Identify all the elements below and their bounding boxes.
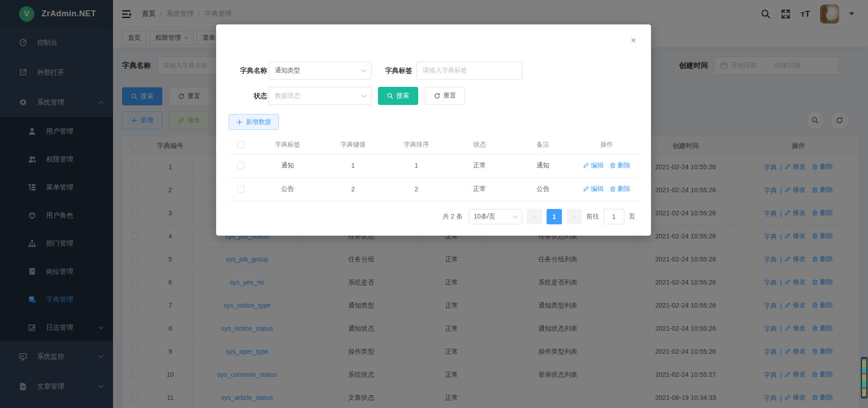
chevron-down-icon [361, 68, 367, 74]
cell-operations: 编辑删除 [575, 177, 639, 201]
placeholder-text: 数据状态 [275, 92, 300, 100]
cell-dict-value: 1 [321, 154, 385, 177]
trash-icon [610, 186, 616, 192]
row-checkbox[interactable] [237, 162, 245, 169]
modal-dict-name-label: 字典名称 [228, 62, 267, 80]
table-row: 公告 2 2 正常 公告 编辑删除 [228, 177, 639, 201]
modal-dict-label-label: 字典标签 [374, 62, 412, 80]
header-dict-value: 字典键值 [321, 136, 385, 154]
row-edit-link[interactable]: 编辑 [583, 185, 604, 193]
plus-icon [236, 119, 243, 125]
cell-remark: 通知 [511, 154, 575, 177]
selected-value: 通知类型 [275, 66, 300, 75]
devtools-stripe-widget[interactable] [861, 357, 868, 399]
dict-data-table: 字典标签 字典键值 字典排序 状态 备注 操作 通知 1 1 正常 通知 编辑删… [228, 136, 639, 201]
cell-status: 正常 [448, 154, 511, 177]
goto-label: 前往 [586, 213, 599, 221]
row-delete-link[interactable]: 删除 [610, 185, 630, 193]
modal-dict-name-select[interactable]: 通知类型 [269, 62, 372, 80]
page-number-1[interactable]: 1 [547, 209, 562, 224]
modal-search-button[interactable]: 搜索 [378, 87, 418, 105]
prev-page-button[interactable]: ‹ [527, 209, 542, 224]
page-size-select[interactable]: 10条/页 [469, 209, 522, 224]
cell-dict-value: 2 [321, 177, 385, 201]
cell-operations: 编辑删除 [575, 154, 639, 177]
row-checkbox[interactable] [237, 185, 245, 193]
button-label: 新增数据 [246, 118, 271, 126]
header-dict-sort: 字典排序 [385, 136, 448, 154]
header-dict-label: 字典标签 [254, 136, 321, 154]
chevron-down-icon [513, 214, 518, 220]
table-header-row: 字典标签 字典键值 字典排序 状态 备注 操作 [228, 136, 639, 154]
select-all-checkbox[interactable] [237, 141, 245, 148]
cell-dict-sort: 1 [385, 154, 448, 177]
button-label: 搜索 [396, 92, 409, 100]
pagination: 共 2 条 10条/页 ‹ 1 › 前往 1 页 [443, 209, 635, 224]
modal-reset-button[interactable]: 重置 [425, 87, 465, 105]
total-count: 共 2 条 [443, 213, 462, 221]
search-icon [387, 93, 393, 99]
goto-page-input[interactable]: 1 [604, 209, 624, 224]
header-remark: 备注 [511, 136, 575, 154]
button-label: 重置 [443, 92, 456, 100]
cell-dict-label: 通知 [254, 154, 321, 177]
trash-icon [610, 162, 616, 168]
row-delete-link[interactable]: 删除 [610, 161, 630, 170]
chevron-down-icon [361, 93, 367, 99]
page-suffix-label: 页 [629, 213, 635, 221]
cell-dict-sort: 2 [385, 177, 448, 201]
close-icon[interactable]: × [629, 36, 637, 44]
selected-value: 10条/页 [474, 213, 495, 221]
modal-add-data-button[interactable]: 新增数据 [229, 114, 279, 130]
refresh-icon [434, 93, 440, 99]
placeholder-text: 请输入字典标签 [423, 66, 467, 75]
dict-data-dialog: × 字典名称 通知类型 字典标签 请输入字典标签 状态 数据状态 搜索 重置 新… [216, 24, 651, 236]
header-operations: 操作 [575, 136, 639, 154]
header-status: 状态 [448, 136, 511, 154]
modal-status-select[interactable]: 数据状态 [269, 87, 372, 105]
cell-status: 正常 [448, 177, 511, 201]
modal-status-label: 状态 [228, 87, 267, 105]
table-row: 通知 1 1 正常 通知 编辑删除 [228, 154, 639, 177]
cell-remark: 公告 [511, 177, 575, 201]
pencil-icon [583, 162, 589, 168]
next-page-button[interactable]: › [566, 209, 582, 224]
row-edit-link[interactable]: 编辑 [583, 161, 604, 170]
cell-dict-label: 公告 [254, 177, 321, 201]
pencil-icon [583, 186, 589, 192]
modal-dict-label-input[interactable]: 请输入字典标签 [416, 62, 522, 80]
